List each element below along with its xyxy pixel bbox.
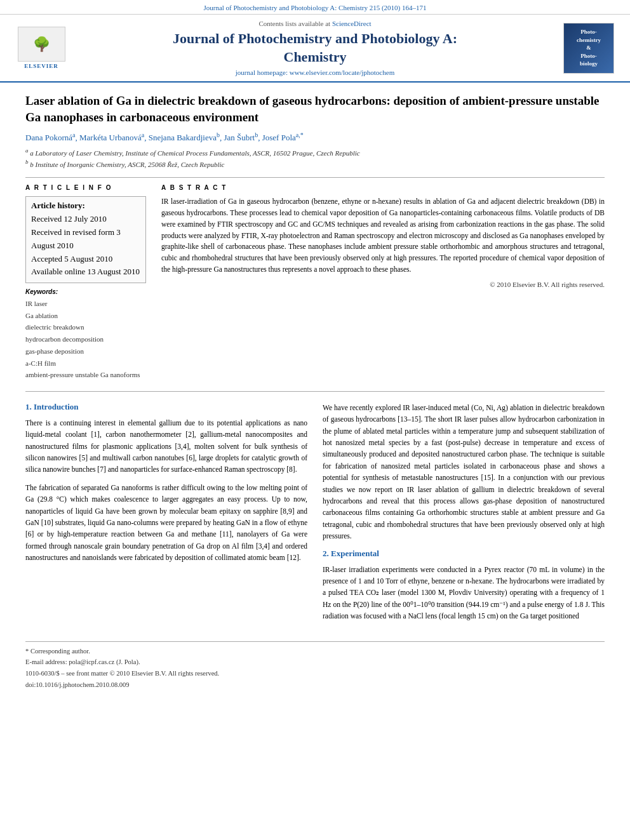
issn-note: 1010-6030/$ – see front matter © 2010 El… xyxy=(25,668,605,679)
journal-logo-area: Photo-chemistry&Photo-biology xyxy=(560,20,617,76)
elsevier-logo-area: 🌳 ELSEVIER xyxy=(13,20,70,76)
body-right-col: We have recently explored IR laser-induc… xyxy=(323,402,605,629)
author-pola: Josef Pola xyxy=(262,133,296,143)
affiliations: a a Laboratory of Laser Chemistry, Insti… xyxy=(25,147,605,170)
journal-title: Journal of Photochemistry and Photobiolo… xyxy=(173,30,457,66)
contents-available-text: Contents lists available at xyxy=(258,20,332,27)
revised-date: Received in revised form 3 August 2010 xyxy=(31,226,140,253)
right-para-1: We have recently explored IR laser-induc… xyxy=(323,402,605,542)
journal-logo-text: Photo-chemistry&Photo-biology xyxy=(577,28,601,68)
journal-reference-bar: Journal of Photochemistry and Photobiolo… xyxy=(0,0,630,15)
journal-homepage: journal homepage: www.elsevier.com/locat… xyxy=(236,69,394,76)
email-note: E-mail address: pola@icpf.cas.cz (J. Pol… xyxy=(25,657,605,668)
sciencedirect-line: Contents lists available at ScienceDirec… xyxy=(258,20,371,27)
abstract-col: A B S T R A C T IR laser-irradiation of … xyxy=(161,184,605,381)
journal-title-area: Contents lists available at ScienceDirec… xyxy=(77,20,553,76)
main-content: Laser ablation of Ga in dielectric break… xyxy=(0,83,630,703)
article-history-box: Article history: Received 12 July 2010 R… xyxy=(25,196,146,283)
authors-line: Dana Pokornáa, Markéta Urbanováa, Snejan… xyxy=(25,131,605,143)
keyword-hydrocarbon: hydrocarbon decomposition xyxy=(25,333,146,345)
copyright-line: © 2010 Elsevier B.V. All rights reserved… xyxy=(161,281,605,288)
abstract-header: A B S T R A C T xyxy=(161,184,605,191)
author-subrt: Jan Šubrt xyxy=(224,133,255,143)
keyword-gas-phase: gas-phase deposition xyxy=(25,345,146,357)
journal-reference-text: Journal of Photochemistry and Photobiolo… xyxy=(203,4,426,11)
keyword-nanoforms: ambient-pressure unstable Ga nanoforms xyxy=(25,369,146,381)
elsevier-wordmark: ELSEVIER xyxy=(24,63,58,69)
author-urbanova: Markéta Urbanová xyxy=(79,133,142,143)
accepted-date: Accepted 5 August 2010 xyxy=(31,253,140,266)
available-date: Available online 13 August 2010 xyxy=(31,265,140,279)
elsevier-tree-icon: 🌳 xyxy=(33,37,50,51)
section-divider xyxy=(25,391,605,392)
journal-header: 🌳 ELSEVIER Contents lists available at S… xyxy=(0,15,630,83)
article-title: Laser ablation of Ga in dielectric break… xyxy=(25,93,605,125)
article-history-label: Article history: xyxy=(31,201,140,211)
author-pokorna: Dana Pokorná xyxy=(25,133,72,143)
experimental-para-1: IR-laser irradiation experiments were co… xyxy=(323,564,605,622)
received-date: Received 12 July 2010 xyxy=(31,213,140,226)
sciencedirect-link[interactable]: ScienceDirect xyxy=(332,20,372,27)
intro-para-1: There is a continuing interest in elemen… xyxy=(25,417,307,476)
elsevier-logo: 🌳 ELSEVIER xyxy=(18,27,65,69)
article-info-header: A R T I C L E I N F O xyxy=(25,184,146,191)
doi-note: doi:10.1016/j.jphotochem.2010.08.009 xyxy=(25,679,605,691)
affiliation-b: b b Institute of Inorganic Chemistry, AS… xyxy=(25,158,605,170)
footer-notes: * Corresponding author. E-mail address: … xyxy=(25,641,605,691)
keyword-ga-ablation: Ga ablation xyxy=(25,310,146,322)
intro-para-2: The fabrication of separated Ga nanoform… xyxy=(25,482,307,564)
body-two-col: 1. Introduction There is a continuing in… xyxy=(25,402,605,629)
info-abstract-row: A R T I C L E I N F O Article history: R… xyxy=(25,177,605,381)
keyword-ir-laser: IR laser xyxy=(25,298,146,310)
affiliation-a: a a Laboratory of Laser Chemistry, Insti… xyxy=(25,147,605,158)
keyword-dielectric: dielectric breakdown xyxy=(25,321,146,333)
intro-heading: 1. Introduction xyxy=(25,402,307,412)
keywords-list: IR laser Ga ablation dielectric breakdow… xyxy=(25,298,146,381)
experimental-heading: 2. Experimental xyxy=(323,549,605,559)
body-left-col: 1. Introduction There is a continuing in… xyxy=(25,402,307,629)
corresponding-author-note: * Corresponding author. xyxy=(25,646,605,657)
keyword-ach-film: a-C:H film xyxy=(25,357,146,370)
keywords-header: Keywords: xyxy=(25,288,146,295)
journal-logo-box: Photo-chemistry&Photo-biology xyxy=(563,23,614,74)
article-info-col: A R T I C L E I N F O Article history: R… xyxy=(25,184,146,381)
elsevier-logo-box: 🌳 xyxy=(18,27,65,62)
abstract-text: IR laser-irradiation of Ga in gaseous hy… xyxy=(161,196,605,276)
author-bakardjieva: Snejana Bakardjieva xyxy=(149,133,217,143)
